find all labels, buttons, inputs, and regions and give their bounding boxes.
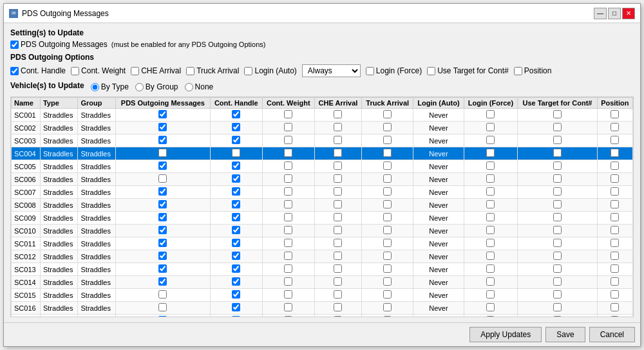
table-cell[interactable] bbox=[210, 109, 262, 122]
table-cell[interactable] bbox=[464, 289, 518, 302]
table-cell[interactable] bbox=[518, 302, 597, 315]
by-group-radio[interactable] bbox=[135, 83, 144, 91]
table-row[interactable]: SC017StraddlesStraddlesNever bbox=[12, 315, 633, 318]
table-cell[interactable] bbox=[518, 160, 597, 173]
login-force-checkbox[interactable] bbox=[366, 67, 374, 75]
table-cell[interactable] bbox=[597, 160, 632, 173]
table-cell[interactable] bbox=[314, 225, 362, 237]
table-cell[interactable] bbox=[362, 186, 413, 199]
position-checkbox[interactable] bbox=[514, 67, 522, 75]
table-cell[interactable] bbox=[464, 237, 518, 250]
table-cell[interactable] bbox=[210, 289, 262, 302]
table-cell[interactable] bbox=[210, 160, 262, 173]
table-cell[interactable] bbox=[362, 225, 413, 237]
table-cell[interactable] bbox=[597, 212, 632, 225]
table-cell[interactable] bbox=[314, 199, 362, 212]
table-cell[interactable] bbox=[314, 263, 362, 276]
truck-arrival-checkbox[interactable] bbox=[186, 67, 194, 75]
table-cell[interactable] bbox=[314, 289, 362, 302]
table-cell[interactable] bbox=[262, 160, 314, 173]
table-cell[interactable] bbox=[518, 199, 597, 212]
table-cell[interactable] bbox=[597, 289, 632, 302]
table-cell[interactable] bbox=[362, 250, 413, 263]
table-cell[interactable] bbox=[262, 212, 314, 225]
none-radio-label[interactable]: None bbox=[185, 82, 214, 91]
table-row[interactable]: SC004StraddlesStraddlesNever bbox=[12, 147, 633, 160]
table-cell[interactable] bbox=[518, 289, 597, 302]
table-cell[interactable] bbox=[116, 109, 211, 122]
table-cell[interactable] bbox=[518, 263, 597, 276]
table-cell[interactable] bbox=[597, 250, 632, 263]
cont-handle-option[interactable]: Cont. Handle bbox=[10, 66, 66, 75]
table-cell[interactable] bbox=[262, 237, 314, 250]
table-cell[interactable] bbox=[210, 315, 262, 318]
table-cell[interactable] bbox=[464, 122, 518, 134]
table-cell[interactable] bbox=[262, 315, 314, 318]
table-cell[interactable] bbox=[597, 263, 632, 276]
table-cell[interactable] bbox=[362, 263, 413, 276]
table-cell[interactable] bbox=[116, 289, 211, 302]
table-cell[interactable] bbox=[362, 173, 413, 186]
table-cell[interactable] bbox=[518, 122, 597, 134]
cont-handle-checkbox[interactable] bbox=[10, 67, 19, 75]
none-radio[interactable] bbox=[185, 83, 193, 91]
truck-arrival-option[interactable]: Truck Arrival bbox=[186, 66, 239, 75]
table-row[interactable]: SC015StraddlesStraddlesNever bbox=[12, 289, 633, 302]
table-cell[interactable] bbox=[597, 315, 632, 318]
maximize-button[interactable]: □ bbox=[608, 8, 621, 19]
table-cell[interactable] bbox=[210, 122, 262, 134]
table-cell[interactable] bbox=[210, 173, 262, 186]
table-cell[interactable] bbox=[262, 225, 314, 237]
table-cell[interactable] bbox=[597, 302, 632, 315]
table-row[interactable]: SC012StraddlesStraddlesNever bbox=[12, 250, 633, 263]
table-cell[interactable] bbox=[518, 134, 597, 147]
table-cell[interactable] bbox=[314, 147, 362, 160]
table-cell[interactable] bbox=[116, 225, 211, 237]
table-cell[interactable] bbox=[314, 160, 362, 173]
table-cell[interactable] bbox=[116, 276, 211, 289]
table-cell[interactable] bbox=[314, 109, 362, 122]
table-cell[interactable] bbox=[116, 302, 211, 315]
col-use-target[interactable]: Use Target for Cont# bbox=[518, 98, 597, 109]
table-row[interactable]: SC007StraddlesStraddlesNever bbox=[12, 186, 633, 199]
table-cell[interactable] bbox=[464, 160, 518, 173]
table-cell[interactable] bbox=[116, 186, 211, 199]
table-cell[interactable] bbox=[597, 173, 632, 186]
table-cell[interactable] bbox=[116, 160, 211, 173]
table-cell[interactable] bbox=[362, 199, 413, 212]
table-cell[interactable] bbox=[464, 212, 518, 225]
by-type-radio[interactable] bbox=[91, 83, 99, 91]
table-cell[interactable] bbox=[362, 315, 413, 318]
table-cell[interactable] bbox=[314, 212, 362, 225]
table-cell[interactable] bbox=[314, 186, 362, 199]
table-cell[interactable] bbox=[314, 122, 362, 134]
table-cell[interactable] bbox=[314, 250, 362, 263]
table-cell[interactable] bbox=[314, 134, 362, 147]
cancel-button[interactable]: Cancel bbox=[589, 327, 635, 342]
table-cell[interactable] bbox=[262, 250, 314, 263]
table-cell[interactable] bbox=[314, 237, 362, 250]
table-cell[interactable] bbox=[262, 199, 314, 212]
table-cell[interactable] bbox=[116, 212, 211, 225]
col-truck-arrival[interactable]: Truck Arrival bbox=[362, 98, 413, 109]
table-cell[interactable] bbox=[314, 302, 362, 315]
cont-weight-checkbox[interactable] bbox=[71, 67, 79, 75]
table-cell[interactable] bbox=[464, 199, 518, 212]
table-cell[interactable] bbox=[210, 263, 262, 276]
table-cell[interactable] bbox=[464, 263, 518, 276]
col-group[interactable]: Group bbox=[78, 98, 116, 109]
login-auto-dropdown[interactable]: Always Never Conditional bbox=[302, 64, 361, 77]
table-cell[interactable] bbox=[210, 186, 262, 199]
table-cell[interactable] bbox=[210, 276, 262, 289]
col-name[interactable]: Name bbox=[12, 98, 41, 109]
table-cell[interactable] bbox=[116, 173, 211, 186]
table-row[interactable]: SC009StraddlesStraddlesNever bbox=[12, 212, 633, 225]
table-row[interactable]: SC011StraddlesStraddlesNever bbox=[12, 237, 633, 250]
table-cell[interactable] bbox=[518, 173, 597, 186]
table-cell[interactable] bbox=[262, 302, 314, 315]
table-cell[interactable] bbox=[262, 147, 314, 160]
table-row[interactable]: SC008StraddlesStraddlesNever bbox=[12, 199, 633, 212]
apply-updates-button[interactable]: Apply Updates bbox=[469, 327, 542, 342]
pds-outgoing-checkbox[interactable] bbox=[10, 41, 19, 49]
table-cell[interactable] bbox=[210, 250, 262, 263]
